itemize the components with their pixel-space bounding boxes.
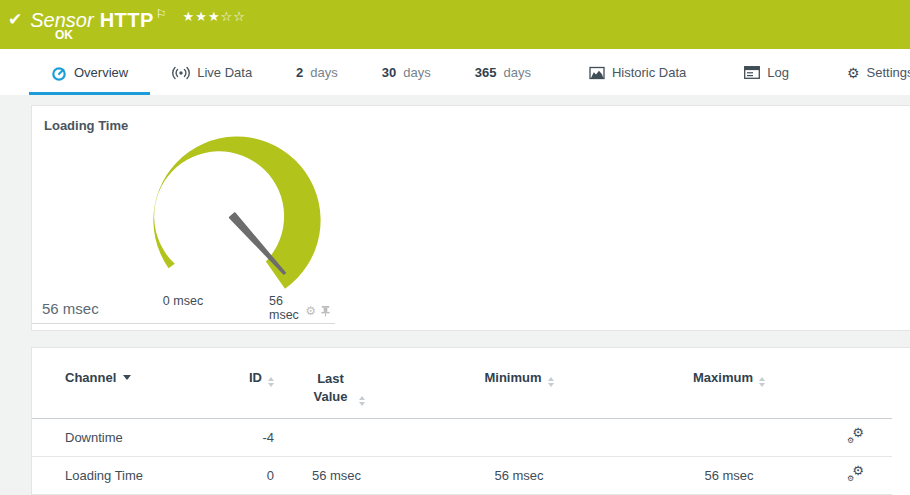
channel-table: Channel ID Last Value Minimum Maximum <box>32 364 892 495</box>
gauge-current-value: 56 msec <box>42 300 99 317</box>
sensor-name: HTTP <box>100 9 154 31</box>
tab-unit: days <box>503 65 530 80</box>
gear-icon: ⚙ <box>847 475 854 483</box>
tab-label: Historic Data <box>612 65 686 80</box>
channel-settings-gears-icon[interactable]: ⚙ ⚙ <box>847 467 864 482</box>
gauge-icon <box>51 65 67 81</box>
gauge-title: Loading Time <box>44 118 128 133</box>
tile-toolbar: ⚙ <box>305 305 331 317</box>
tab-number: 2 <box>296 65 303 80</box>
tab-settings[interactable]: ⚙ Settings <box>825 49 910 95</box>
column-header-last-value[interactable]: Last Value <box>274 364 399 418</box>
overview-content: Loading Time 0 msec 56 msec 56 msec ⚙ <box>0 95 910 495</box>
gauge-card: Loading Time 0 msec 56 msec 56 msec ⚙ <box>31 105 910 331</box>
tab-label: Settings <box>867 65 910 80</box>
tab-label: Live Data <box>197 65 252 80</box>
channel-maximum <box>639 418 819 456</box>
tab-label: Overview <box>74 65 128 80</box>
loading-time-gauge-tile: Loading Time 0 msec 56 msec 56 msec ⚙ <box>32 106 335 324</box>
sort-icon <box>268 377 274 387</box>
column-label: Channel <box>65 370 116 385</box>
sensor-status-header: ✔SensorHTTP⚐★★★☆☆ OK <box>0 0 910 49</box>
channel-table-card: Channel ID Last Value Minimum Maximum <box>31 347 910 495</box>
tab-2-days[interactable]: 2 days <box>274 49 360 95</box>
column-header-actions <box>819 364 892 418</box>
tab-unit: days <box>403 65 430 80</box>
gauge-arc <box>153 137 320 289</box>
gear-icon: ⚙ <box>847 66 860 80</box>
pin-icon[interactable] <box>320 305 331 317</box>
tile-gear-icon[interactable]: ⚙ <box>305 305 316 317</box>
channel-settings-gears-icon[interactable]: ⚙ ⚙ <box>847 429 864 444</box>
tab-unit: days <box>310 65 337 80</box>
broadcast-icon <box>172 66 190 80</box>
priority-flag-icon[interactable]: ⚐ <box>156 7 167 21</box>
tab-live-data[interactable]: Live Data <box>150 49 274 95</box>
tab-365-days[interactable]: 365 days <box>453 49 553 95</box>
gear-icon: ⚙ <box>847 437 854 445</box>
sort-icon <box>759 377 765 387</box>
tab-log[interactable]: Log <box>722 49 811 95</box>
tab-number: 30 <box>382 65 396 80</box>
channel-maximum: 56 msec <box>639 456 819 494</box>
column-label: Minimum <box>484 370 541 385</box>
column-label: Last Value <box>309 370 353 405</box>
channel-last-value <box>274 418 399 456</box>
status-badge: OK <box>55 28 73 42</box>
priority-stars[interactable]: ★★★☆☆ <box>183 9 246 24</box>
gauge-min-label: 0 msec <box>163 294 203 308</box>
table-header-row: Channel ID Last Value Minimum Maximum <box>32 364 892 418</box>
column-header-id[interactable]: ID <box>202 364 274 418</box>
tab-overview[interactable]: Overview <box>29 49 150 95</box>
channel-name: Downtime <box>32 418 202 456</box>
loading-time-gauge <box>132 128 342 318</box>
table-row-downtime[interactable]: Downtime -4 ⚙ ⚙ <box>32 418 892 456</box>
column-label: ID <box>249 370 262 385</box>
tab-historic-data[interactable]: Historic Data <box>567 49 708 95</box>
gauge-needle <box>230 213 285 274</box>
log-list-icon <box>744 66 760 79</box>
column-label: Maximum <box>693 370 753 385</box>
sort-caret-icon <box>123 375 131 380</box>
area-chart-icon <box>589 66 605 80</box>
channel-id: 0 <box>202 456 274 494</box>
tab-label: Log <box>767 65 789 80</box>
channel-last-value: 56 msec <box>274 456 399 494</box>
channel-id: -4 <box>202 418 274 456</box>
channel-minimum <box>399 418 639 456</box>
sort-icon <box>548 377 554 387</box>
tab-number: 365 <box>475 65 497 80</box>
column-header-minimum[interactable]: Minimum <box>399 364 639 418</box>
ok-check-icon: ✔ <box>8 10 22 29</box>
tab-30-days[interactable]: 30 days <box>360 49 453 95</box>
sort-icon <box>359 396 365 406</box>
column-header-maximum[interactable]: Maximum <box>639 364 819 418</box>
column-header-channel[interactable]: Channel <box>32 364 202 418</box>
channel-name: Loading Time <box>32 456 202 494</box>
channel-minimum: 56 msec <box>399 456 639 494</box>
sensor-tab-bar: Overview Live Data 2 days 30 days 365 da… <box>0 49 910 95</box>
table-row-loading-time[interactable]: Loading Time 0 56 msec 56 msec 56 msec ⚙… <box>32 456 892 494</box>
